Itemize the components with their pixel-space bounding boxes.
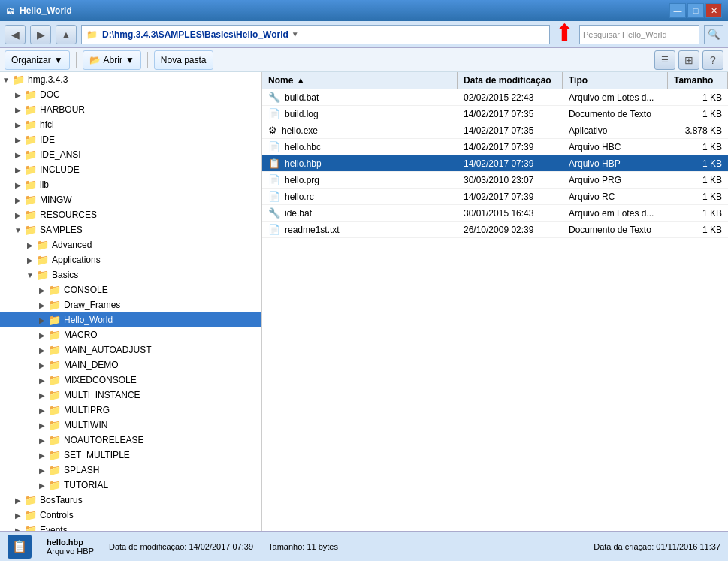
tree-item-multiprg[interactable]: ▶📁MULTIPRG bbox=[0, 403, 261, 418]
expand-icon-samples[interactable]: ▼ bbox=[12, 226, 24, 234]
tree-item-main_demo[interactable]: ▶📁MAIN_DEMO bbox=[0, 357, 261, 372]
expand-icon-ide_ansi[interactable]: ▶ bbox=[12, 151, 24, 159]
expand-icon-basics[interactable]: ▼ bbox=[24, 271, 36, 279]
tree-item-ide[interactable]: ▶📁IDE bbox=[0, 132, 261, 147]
expand-icon-tutorial[interactable]: ▶ bbox=[36, 481, 48, 490]
col-header-type[interactable]: Tipo bbox=[563, 72, 668, 89]
file-row[interactable]: 📄 build.log 14/02/2017 07:35 Documento d… bbox=[262, 106, 728, 122]
tree-item-ide_ansi[interactable]: ▶📁IDE_ANSI bbox=[0, 147, 261, 162]
tree-item-main_autoadjust[interactable]: ▶📁MAIN_AUTOADJUST bbox=[0, 342, 261, 357]
file-cell-date-2: 14/02/2017 07:35 bbox=[458, 124, 563, 137]
back-button[interactable]: ◀ bbox=[5, 25, 26, 44]
tree-item-macro[interactable]: ▶📁MACRO bbox=[0, 327, 261, 342]
tree-item-harbour[interactable]: ▶📁HARBOUR bbox=[0, 102, 261, 117]
expand-icon-controls[interactable]: ▶ bbox=[12, 511, 24, 520]
tree-item-console[interactable]: ▶📁CONSOLE bbox=[0, 282, 261, 297]
expand-icon-lib[interactable]: ▶ bbox=[12, 181, 24, 189]
expand-icon-multiwin[interactable]: ▶ bbox=[36, 421, 48, 430]
tree-item-set_multiple[interactable]: ▶📁SET_MULTIPLE bbox=[0, 448, 261, 463]
file-row[interactable]: 📄 readme1st.txt 26/10/2009 02:39 Documen… bbox=[262, 222, 728, 238]
tree-item-hfcl[interactable]: ▶📁hfcl bbox=[0, 117, 261, 132]
expand-icon-main_autoadjust[interactable]: ▶ bbox=[36, 346, 48, 354]
minimize-button[interactable]: — bbox=[669, 3, 686, 18]
expand-icon-splash[interactable]: ▶ bbox=[36, 466, 48, 475]
tree-item-events[interactable]: ▶📁Events bbox=[0, 523, 261, 531]
open-dropdown-icon[interactable]: ▼ bbox=[125, 55, 134, 65]
tree-item-draw_frames[interactable]: ▶📁Draw_Frames bbox=[0, 297, 261, 312]
file-row[interactable]: ⚙ hello.exe 14/02/2017 07:35 Aplicativo … bbox=[262, 122, 728, 139]
folder-icon-main_autoadjust: 📁 bbox=[48, 344, 61, 356]
expand-icon-harbour[interactable]: ▶ bbox=[12, 106, 24, 114]
view-toggle-button[interactable]: ⊞ bbox=[678, 50, 699, 70]
tree-item-lib[interactable]: ▶📁lib bbox=[0, 177, 261, 192]
expand-icon-events[interactable]: ▶ bbox=[12, 526, 24, 532]
expand-icon-ide[interactable]: ▶ bbox=[12, 136, 24, 144]
expand-icon-macro[interactable]: ▶ bbox=[36, 331, 48, 339]
file-row[interactable]: 📋 hello.hbp 14/02/2017 07:39 Arquivo HBP… bbox=[262, 155, 728, 172]
tree-item-include[interactable]: ▶📁INCLUDE bbox=[0, 162, 261, 177]
search-button[interactable]: 🔍 bbox=[704, 25, 723, 44]
tree-item-mixedconsole[interactable]: ▶📁MIXEDCONSOLE bbox=[0, 372, 261, 388]
tree-item-basics[interactable]: ▼📁Basics bbox=[0, 267, 261, 282]
address-input[interactable]: 📁 D:\hmg.3.4.3\SAMPLES\Basics\Hello_Worl… bbox=[81, 25, 550, 44]
search-box[interactable]: Pesquisar Hello_World bbox=[579, 25, 699, 44]
folder-icon-macro: 📁 bbox=[48, 329, 61, 341]
expand-icon-multi_instance[interactable]: ▶ bbox=[36, 391, 48, 400]
tree-item-hmg343[interactable]: ▼📁hmg.3.4.3 bbox=[0, 72, 261, 87]
organize-dropdown-icon[interactable]: ▼ bbox=[54, 55, 63, 65]
expand-icon-bostaurus[interactable]: ▶ bbox=[12, 496, 24, 505]
tree-item-noautorelease[interactable]: ▶📁NOAUTORELEASE bbox=[0, 433, 261, 448]
file-row[interactable]: 📄 hello.rc 14/02/2017 07:39 Arquivo RC 1… bbox=[262, 189, 728, 205]
expand-icon-hello_world[interactable]: ▶ bbox=[36, 316, 48, 324]
window-title: Hello_World bbox=[20, 5, 72, 16]
folder-icon-resources: 📁 bbox=[24, 209, 37, 221]
new-folder-button[interactable]: Nova pasta bbox=[154, 50, 213, 70]
tree-item-multiwin[interactable]: ▶📁MULTIWIN bbox=[0, 418, 261, 433]
expand-icon-applications[interactable]: ▶ bbox=[24, 256, 36, 264]
col-header-name[interactable]: Nome ▲ bbox=[262, 72, 458, 89]
file-row[interactable]: 📄 hello.hbc 14/02/2017 07:39 Arquivo HBC… bbox=[262, 139, 728, 155]
tree-item-splash[interactable]: ▶📁SPLASH bbox=[0, 463, 261, 478]
maximize-button[interactable]: □ bbox=[687, 3, 704, 18]
expand-icon-main_demo[interactable]: ▶ bbox=[36, 361, 48, 369]
tree-item-samples[interactable]: ▼📁SAMPLES bbox=[0, 222, 261, 237]
expand-icon-multiprg[interactable]: ▶ bbox=[36, 406, 48, 415]
expand-icon-noautorelease[interactable]: ▶ bbox=[36, 436, 48, 445]
help-button[interactable]: ? bbox=[702, 50, 723, 70]
file-row[interactable]: 🔧 ide.bat 30/01/2015 16:43 Arquivo em Lo… bbox=[262, 205, 728, 222]
col-header-date[interactable]: Data de modificação bbox=[458, 72, 563, 89]
expand-icon-mingw[interactable]: ▶ bbox=[12, 196, 24, 204]
close-button[interactable]: ✕ bbox=[705, 3, 722, 18]
tree-item-mingw[interactable]: ▶📁MINGW bbox=[0, 192, 261, 207]
expand-icon-include[interactable]: ▶ bbox=[12, 166, 24, 174]
expand-icon-set_multiple[interactable]: ▶ bbox=[36, 451, 48, 460]
file-name-3: hello.hbc bbox=[285, 142, 321, 152]
tree-item-hello_world[interactable]: ▶📁Hello_World bbox=[0, 312, 261, 327]
forward-button[interactable]: ▶ bbox=[30, 25, 51, 44]
tree-item-multi_instance[interactable]: ▶📁MULTI_INSTANCE bbox=[0, 388, 261, 403]
tree-label-multiwin: MULTIWIN bbox=[64, 420, 107, 430]
tree-item-advanced[interactable]: ▶📁Advanced bbox=[0, 237, 261, 252]
expand-icon-doc[interactable]: ▶ bbox=[12, 91, 24, 99]
tree-item-controls[interactable]: ▶📁Controls bbox=[0, 508, 261, 523]
organize-button[interactable]: Organizar ▼ bbox=[5, 50, 70, 70]
expand-icon-advanced[interactable]: ▶ bbox=[24, 241, 36, 249]
file-row[interactable]: 🔧 build.bat 02/02/2015 22:43 Arquivo em … bbox=[262, 89, 728, 106]
expand-icon-resources[interactable]: ▶ bbox=[12, 211, 24, 219]
tree-item-doc[interactable]: ▶📁DOC bbox=[0, 87, 261, 102]
address-dropdown-arrow[interactable]: ▼ bbox=[292, 30, 299, 38]
view-details-button[interactable]: ☰ bbox=[654, 50, 675, 70]
expand-icon-hmg343[interactable]: ▼ bbox=[0, 76, 12, 84]
tree-item-bostaurus[interactable]: ▶📁BosTaurus bbox=[0, 493, 261, 508]
tree-item-applications[interactable]: ▶📁Applications bbox=[0, 252, 261, 267]
tree-item-tutorial[interactable]: ▶📁TUTORIAL bbox=[0, 478, 261, 493]
expand-icon-hfcl[interactable]: ▶ bbox=[12, 121, 24, 129]
expand-icon-console[interactable]: ▶ bbox=[36, 286, 48, 294]
expand-icon-mixedconsole[interactable]: ▶ bbox=[36, 376, 48, 385]
tree-item-resources[interactable]: ▶📁RESOURCES bbox=[0, 207, 261, 222]
file-row[interactable]: 📄 hello.prg 30/03/2010 23:07 Arquivo PRG… bbox=[262, 172, 728, 189]
expand-icon-draw_frames[interactable]: ▶ bbox=[36, 301, 48, 309]
col-header-size[interactable]: Tamanho bbox=[668, 72, 728, 89]
up-button[interactable]: ▲ bbox=[56, 25, 77, 44]
open-button[interactable]: 📂 Abrir ▼ bbox=[83, 50, 141, 70]
